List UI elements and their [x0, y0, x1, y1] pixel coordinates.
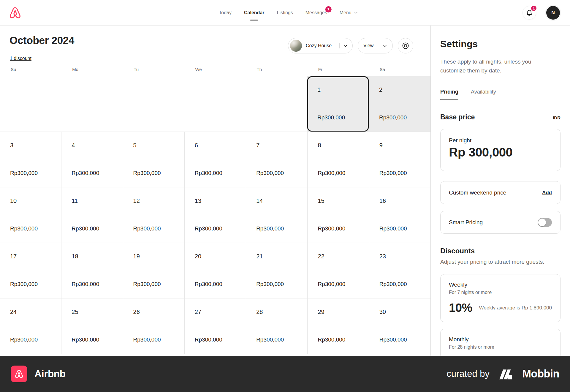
calendar-day-21[interactable]: 21Rp300,000	[246, 243, 308, 298]
calendar-cell-empty	[246, 76, 307, 132]
view-button[interactable]: View	[358, 38, 393, 53]
avatar[interactable]: N	[546, 6, 560, 20]
day-price: Rp300,000	[379, 114, 407, 121]
day-price: Rp300,000	[256, 336, 284, 343]
discount-card-weekly[interactable]: WeeklyFor 7 nights or more10%Weekly aver…	[440, 274, 560, 322]
discount-link[interactable]: 1 discount	[10, 56, 31, 61]
nav-item-menu[interactable]: Menu	[340, 10, 358, 15]
day-price: Rp300,000	[72, 336, 99, 343]
calendar-day-16[interactable]: 16Rp300,000	[369, 187, 430, 243]
calendar-day-26[interactable]: 26Rp300,000	[123, 298, 185, 354]
calendar-toolbar: Cozy House View	[288, 38, 413, 53]
calendar-day-9[interactable]: 9Rp300,000	[369, 132, 430, 187]
smart-pricing-toggle[interactable]	[538, 218, 552, 227]
curated-by-label: curated by	[446, 369, 490, 379]
day-number: 16	[379, 197, 386, 204]
day-number: 23	[379, 253, 386, 260]
day-price: Rp300,000	[133, 336, 161, 343]
calendar-day-30[interactable]: 30Rp300,000	[369, 298, 430, 354]
top-navigation: TodayCalendarListingsMessages1Menu 1 N	[0, 0, 570, 26]
day-price: Rp300,000	[379, 170, 407, 176]
day-price: Rp300,000	[379, 225, 407, 232]
tab-pricing[interactable]: Pricing	[440, 89, 458, 100]
calendar-day-27[interactable]: 27Rp300,000	[185, 298, 246, 354]
mobbin-logo-icon	[496, 367, 516, 380]
custom-weekend-price-card: Custom weekend price Add	[440, 181, 560, 204]
calendar-day-12[interactable]: 12Rp300,000	[123, 187, 185, 243]
keyboard-shortcuts-button[interactable]	[398, 38, 413, 53]
calendar-day-11[interactable]: 11Rp300,000	[61, 187, 123, 243]
day-price: Rp300,000	[256, 170, 284, 176]
square-in-circle-icon	[401, 42, 410, 50]
calendar-day-7[interactable]: 7Rp300,000	[246, 132, 308, 187]
weekday-label-mo: Mo	[61, 67, 123, 72]
day-number: 3	[10, 142, 13, 149]
day-price: Rp300,000	[318, 225, 345, 232]
day-number: 9	[379, 142, 383, 149]
calendar-week-row: 10Rp300,00011Rp300,00012Rp300,00013Rp300…	[0, 187, 430, 243]
chevron-down-icon	[343, 44, 348, 48]
calendar-day-6[interactable]: 6Rp300,000	[185, 132, 246, 187]
calendar-day-22[interactable]: 22Rp300,000	[308, 243, 369, 298]
nav-item-today[interactable]: Today	[219, 10, 232, 15]
day-number: 22	[318, 253, 324, 260]
calendar-day-5[interactable]: 5Rp300,000	[123, 132, 185, 187]
day-price: Rp300,000	[10, 336, 38, 343]
day-number: 30	[379, 309, 386, 315]
calendar-day-4[interactable]: 4Rp300,000	[61, 132, 123, 187]
per-night-price-card[interactable]: Per night Rp 300,000	[440, 129, 560, 171]
nav-item-label: Listings	[277, 10, 293, 15]
calendar-cell-empty	[123, 76, 184, 132]
day-number: 6	[195, 142, 198, 149]
nav-item-label: Today	[219, 10, 232, 15]
calendar-day-18[interactable]: 18Rp300,000	[61, 243, 123, 298]
add-weekend-price-link[interactable]: Add	[542, 190, 552, 196]
calendar-day-19[interactable]: 19Rp300,000	[123, 243, 185, 298]
listing-selector-label: Cozy House	[306, 43, 332, 48]
airbnb-logo-icon[interactable]	[8, 6, 22, 20]
calendar-day-28[interactable]: 28Rp300,000	[246, 298, 308, 354]
calendar-day-20[interactable]: 20Rp300,000	[185, 243, 246, 298]
base-price-heading: Base price	[440, 113, 475, 121]
day-number: 19	[133, 253, 140, 260]
calendar-day-29[interactable]: 29Rp300,000	[308, 298, 369, 354]
view-button-label: View	[363, 43, 373, 48]
calendar-week-row: 17Rp300,00018Rp300,00019Rp300,00020Rp300…	[0, 243, 430, 298]
nav-item-listings[interactable]: Listings	[277, 10, 293, 15]
calendar-day-24[interactable]: 24Rp300,000	[0, 298, 61, 354]
calendar-day-17[interactable]: 17Rp300,000	[0, 243, 61, 298]
day-price: Rp300,000	[133, 170, 161, 176]
notifications-button[interactable]: 1	[522, 6, 536, 20]
day-number: 17	[10, 253, 17, 260]
calendar-day-1[interactable]: 1Rp300,000	[307, 76, 369, 132]
smart-pricing-card: Smart Pricing	[440, 211, 560, 234]
calendar-day-3[interactable]: 3Rp300,000	[0, 132, 61, 187]
day-number: 14	[256, 197, 263, 204]
discounts-description: Adjust your pricing to attract more gues…	[440, 259, 560, 265]
notification-badge: 1	[531, 5, 537, 12]
nav-item-calendar[interactable]: Calendar	[244, 10, 264, 15]
calendar-day-15[interactable]: 15Rp300,000	[308, 187, 369, 243]
calendar-day-13[interactable]: 13Rp300,000	[185, 187, 246, 243]
custom-weekend-label: Custom weekend price	[449, 189, 506, 196]
day-number: 26	[133, 309, 140, 315]
day-price: Rp300,000	[195, 281, 222, 287]
weekday-label-sa: Sa	[369, 67, 430, 72]
calendar-day-8[interactable]: 8Rp300,000	[308, 132, 369, 187]
calendar-day-25[interactable]: 25Rp300,000	[61, 298, 123, 354]
currency-link[interactable]: IDR	[553, 115, 560, 120]
day-number: 18	[72, 253, 78, 260]
toggle-knob	[538, 219, 546, 226]
tab-availability[interactable]: Availability	[471, 89, 496, 100]
messages-badge: 1	[325, 6, 332, 12]
day-number: 12	[133, 197, 140, 204]
listing-selector[interactable]: Cozy House	[288, 38, 353, 53]
calendar-day-2[interactable]: 2Rp300,000	[369, 76, 430, 132]
calendar-day-23[interactable]: 23Rp300,000	[369, 243, 430, 298]
day-number: 21	[256, 253, 263, 260]
day-price: Rp300,000	[72, 281, 99, 287]
day-number: 11	[72, 197, 78, 204]
calendar-day-14[interactable]: 14Rp300,000	[246, 187, 308, 243]
calendar-day-10[interactable]: 10Rp300,000	[0, 187, 61, 243]
nav-item-messages[interactable]: Messages1	[305, 10, 327, 15]
